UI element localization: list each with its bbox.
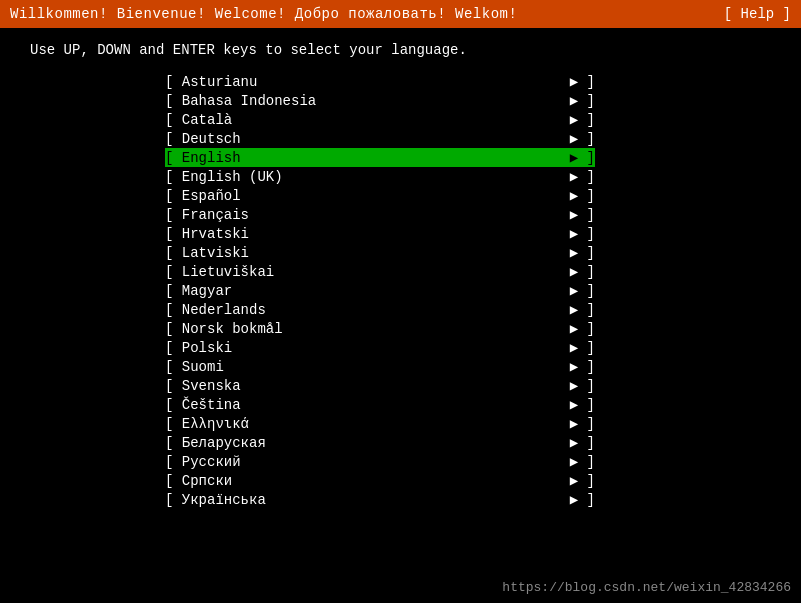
- language-item-10[interactable]: [ Lietuviškai▶ ]: [165, 262, 595, 281]
- language-item-11[interactable]: [ Magyar▶ ]: [165, 281, 595, 300]
- language-item-arrow-20: ▶ ]: [570, 453, 595, 470]
- watermark: https://blog.csdn.net/weixin_42834266: [502, 580, 791, 595]
- language-item-label-0: [ Asturianu: [165, 74, 566, 90]
- language-item-label-11: [ Magyar: [165, 283, 566, 299]
- language-item-label-5: [ English (UK): [165, 169, 566, 185]
- header-help[interactable]: [ Help ]: [724, 6, 791, 22]
- header-title: Willkommen! Bienvenue! Welcome! Добро по…: [10, 6, 517, 22]
- language-item-12[interactable]: [ Nederlands▶ ]: [165, 300, 595, 319]
- language-item-label-20: [ Русский: [165, 454, 566, 470]
- language-item-arrow-11: ▶ ]: [570, 282, 595, 299]
- language-item-14[interactable]: [ Polski▶ ]: [165, 338, 595, 357]
- language-item-arrow-1: ▶ ]: [570, 92, 595, 109]
- language-item-label-19: [ Беларуская: [165, 435, 566, 451]
- language-item-arrow-2: ▶ ]: [570, 111, 595, 128]
- language-item-label-9: [ Latviski: [165, 245, 566, 261]
- language-item-label-10: [ Lietuviškai: [165, 264, 566, 280]
- language-item-label-7: [ Français: [165, 207, 566, 223]
- language-item-17[interactable]: [ Čeština▶ ]: [165, 395, 595, 414]
- language-item-5[interactable]: [ English (UK)▶ ]: [165, 167, 595, 186]
- language-item-8[interactable]: [ Hrvatski▶ ]: [165, 224, 595, 243]
- language-item-arrow-4: ▶ ]: [570, 149, 595, 166]
- language-item-arrow-13: ▶ ]: [570, 320, 595, 337]
- language-item-arrow-3: ▶ ]: [570, 130, 595, 147]
- language-item-label-16: [ Svenska: [165, 378, 566, 394]
- language-item-arrow-18: ▶ ]: [570, 415, 595, 432]
- language-item-0[interactable]: [ Asturianu▶ ]: [165, 72, 595, 91]
- language-item-arrow-9: ▶ ]: [570, 244, 595, 261]
- language-item-18[interactable]: [ Ελληνικά▶ ]: [165, 414, 595, 433]
- language-item-label-1: [ Bahasa Indonesia: [165, 93, 566, 109]
- language-item-20[interactable]: [ Русский▶ ]: [165, 452, 595, 471]
- language-item-label-12: [ Nederlands: [165, 302, 566, 318]
- language-item-arrow-7: ▶ ]: [570, 206, 595, 223]
- language-item-arrow-5: ▶ ]: [570, 168, 595, 185]
- language-item-label-4: [ English: [165, 150, 566, 166]
- language-item-label-3: [ Deutsch: [165, 131, 566, 147]
- language-item-arrow-12: ▶ ]: [570, 301, 595, 318]
- language-item-22[interactable]: [ Українська▶ ]: [165, 490, 595, 509]
- language-item-arrow-22: ▶ ]: [570, 491, 595, 508]
- language-item-arrow-21: ▶ ]: [570, 472, 595, 489]
- language-item-label-15: [ Suomi: [165, 359, 566, 375]
- language-item-label-22: [ Українська: [165, 492, 566, 508]
- language-item-arrow-16: ▶ ]: [570, 377, 595, 394]
- language-item-label-17: [ Čeština: [165, 397, 566, 413]
- language-item-label-18: [ Ελληνικά: [165, 416, 566, 432]
- language-item-arrow-17: ▶ ]: [570, 396, 595, 413]
- language-item-label-13: [ Norsk bokmål: [165, 321, 566, 337]
- language-item-19[interactable]: [ Беларуская▶ ]: [165, 433, 595, 452]
- language-item-arrow-14: ▶ ]: [570, 339, 595, 356]
- language-item-label-8: [ Hrvatski: [165, 226, 566, 242]
- language-item-16[interactable]: [ Svenska▶ ]: [165, 376, 595, 395]
- language-item-9[interactable]: [ Latviski▶ ]: [165, 243, 595, 262]
- language-item-4[interactable]: [ English▶ ]: [165, 148, 595, 167]
- language-item-1[interactable]: [ Bahasa Indonesia▶ ]: [165, 91, 595, 110]
- language-item-arrow-19: ▶ ]: [570, 434, 595, 451]
- language-item-label-6: [ Español: [165, 188, 566, 204]
- language-item-15[interactable]: [ Suomi▶ ]: [165, 357, 595, 376]
- language-item-21[interactable]: [ Српски▶ ]: [165, 471, 595, 490]
- language-list: [ Asturianu▶ ][ Bahasa Indonesia▶ ][ Cat…: [0, 68, 801, 509]
- language-item-6[interactable]: [ Español▶ ]: [165, 186, 595, 205]
- language-item-2[interactable]: [ Català▶ ]: [165, 110, 595, 129]
- language-item-label-14: [ Polski: [165, 340, 566, 356]
- language-item-7[interactable]: [ Français▶ ]: [165, 205, 595, 224]
- language-item-arrow-6: ▶ ]: [570, 187, 595, 204]
- header-bar: Willkommen! Bienvenue! Welcome! Добро по…: [0, 0, 801, 28]
- language-item-13[interactable]: [ Norsk bokmål▶ ]: [165, 319, 595, 338]
- language-item-arrow-8: ▶ ]: [570, 225, 595, 242]
- language-item-arrow-0: ▶ ]: [570, 73, 595, 90]
- instructions: Use UP, DOWN and ENTER keys to select yo…: [0, 28, 801, 68]
- language-item-label-2: [ Català: [165, 112, 566, 128]
- language-item-arrow-15: ▶ ]: [570, 358, 595, 375]
- language-item-arrow-10: ▶ ]: [570, 263, 595, 280]
- language-item-3[interactable]: [ Deutsch▶ ]: [165, 129, 595, 148]
- language-item-label-21: [ Српски: [165, 473, 566, 489]
